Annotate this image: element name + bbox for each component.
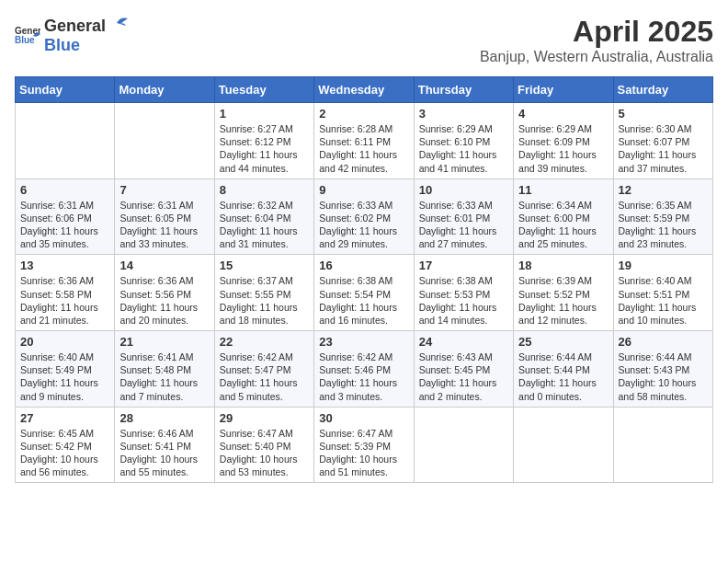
- weekday-header-tuesday: Tuesday: [214, 77, 313, 103]
- calendar-cell: [115, 103, 214, 179]
- day-number: 18: [518, 259, 608, 272]
- day-number: 4: [518, 107, 608, 121]
- day-info: Sunrise: 6:33 AM Sunset: 6:01 PM Dayligh…: [419, 199, 508, 251]
- weekday-header-wednesday: Wednesday: [314, 77, 414, 103]
- day-info: Sunrise: 6:28 AM Sunset: 6:11 PM Dayligh…: [319, 122, 408, 175]
- calendar-cell: 9Sunrise: 6:33 AM Sunset: 6:02 PM Daylig…: [314, 178, 414, 255]
- calendar-cell: 2Sunrise: 6:28 AM Sunset: 6:11 PM Daylig…: [314, 103, 414, 179]
- location-subtitle: Banjup, Western Australia, Australia: [480, 49, 713, 65]
- day-info: Sunrise: 6:43 AM Sunset: 5:45 PM Dayligh…: [419, 350, 508, 403]
- day-info: Sunrise: 6:40 AM Sunset: 5:51 PM Dayligh…: [619, 274, 708, 327]
- day-number: 27: [20, 411, 109, 425]
- calendar-week-row: 1Sunrise: 6:27 AM Sunset: 6:12 PM Daylig…: [16, 103, 713, 179]
- calendar-cell: 17Sunrise: 6:38 AM Sunset: 5:53 PM Dayli…: [414, 255, 513, 331]
- day-info: Sunrise: 6:31 AM Sunset: 6:06 PM Dayligh…: [20, 199, 109, 251]
- calendar-cell: 27Sunrise: 6:45 AM Sunset: 5:42 PM Dayli…: [16, 407, 115, 483]
- day-number: 7: [119, 183, 209, 197]
- day-info: Sunrise: 6:30 AM Sunset: 6:07 PM Dayligh…: [619, 122, 708, 175]
- day-info: Sunrise: 6:39 AM Sunset: 5:52 PM Dayligh…: [518, 274, 608, 327]
- day-info: Sunrise: 6:38 AM Sunset: 5:53 PM Dayligh…: [419, 274, 508, 327]
- calendar-cell: 13Sunrise: 6:36 AM Sunset: 5:58 PM Dayli…: [16, 255, 115, 331]
- day-info: Sunrise: 6:46 AM Sunset: 5:41 PM Dayligh…: [119, 427, 209, 479]
- calendar-cell: 24Sunrise: 6:43 AM Sunset: 5:45 PM Dayli…: [414, 331, 513, 408]
- day-number: 23: [319, 335, 408, 349]
- day-info: Sunrise: 6:47 AM Sunset: 5:40 PM Dayligh…: [220, 427, 309, 479]
- day-number: 13: [20, 259, 109, 272]
- weekday-header-thursday: Thursday: [414, 77, 513, 103]
- calendar-cell: 6Sunrise: 6:31 AM Sunset: 6:06 PM Daylig…: [16, 178, 115, 255]
- day-number: 30: [319, 411, 408, 425]
- day-info: Sunrise: 6:29 AM Sunset: 6:10 PM Dayligh…: [419, 122, 508, 175]
- day-info: Sunrise: 6:32 AM Sunset: 6:04 PM Dayligh…: [220, 199, 309, 251]
- calendar-table: SundayMondayTuesdayWednesdayThursdayFrid…: [15, 76, 713, 483]
- day-number: 12: [619, 183, 708, 197]
- day-info: Sunrise: 6:45 AM Sunset: 5:42 PM Dayligh…: [20, 427, 109, 479]
- calendar-cell: 23Sunrise: 6:42 AM Sunset: 5:46 PM Dayli…: [314, 331, 414, 408]
- logo: General Blue General Blue: [15, 15, 130, 55]
- day-info: Sunrise: 6:33 AM Sunset: 6:02 PM Dayligh…: [319, 199, 408, 251]
- calendar-cell: 30Sunrise: 6:47 AM Sunset: 5:39 PM Dayli…: [314, 407, 414, 483]
- day-number: 29: [220, 411, 309, 425]
- day-number: 3: [419, 107, 508, 121]
- calendar-cell: 11Sunrise: 6:34 AM Sunset: 6:00 PM Dayli…: [514, 178, 613, 255]
- calendar-cell: 14Sunrise: 6:36 AM Sunset: 5:56 PM Dayli…: [115, 255, 214, 331]
- calendar-cell: 3Sunrise: 6:29 AM Sunset: 6:10 PM Daylig…: [414, 103, 513, 179]
- day-number: 17: [419, 259, 508, 272]
- calendar-cell: [414, 407, 513, 483]
- calendar-cell: 18Sunrise: 6:39 AM Sunset: 5:52 PM Dayli…: [514, 255, 613, 331]
- day-info: Sunrise: 6:40 AM Sunset: 5:49 PM Dayligh…: [20, 350, 109, 403]
- calendar-cell: 4Sunrise: 6:29 AM Sunset: 6:09 PM Daylig…: [514, 103, 613, 179]
- day-info: Sunrise: 6:41 AM Sunset: 5:48 PM Dayligh…: [119, 350, 209, 403]
- day-number: 19: [619, 259, 708, 272]
- calendar-cell: 28Sunrise: 6:46 AM Sunset: 5:41 PM Dayli…: [115, 407, 214, 483]
- calendar-cell: 21Sunrise: 6:41 AM Sunset: 5:48 PM Dayli…: [115, 331, 214, 408]
- weekday-header-row: SundayMondayTuesdayWednesdayThursdayFrid…: [16, 77, 713, 103]
- weekday-header-saturday: Saturday: [613, 77, 712, 103]
- month-year-title: April 2025: [480, 15, 713, 49]
- calendar-cell: 5Sunrise: 6:30 AM Sunset: 6:07 PM Daylig…: [613, 103, 712, 179]
- svg-text:Blue: Blue: [15, 35, 35, 45]
- logo-bird-icon: [108, 15, 128, 31]
- day-number: 2: [319, 107, 408, 121]
- day-info: Sunrise: 6:44 AM Sunset: 5:43 PM Dayligh…: [619, 350, 708, 403]
- day-number: 1: [220, 107, 309, 121]
- calendar-cell: 16Sunrise: 6:38 AM Sunset: 5:54 PM Dayli…: [314, 255, 414, 331]
- weekday-header-sunday: Sunday: [16, 77, 115, 103]
- logo-blue: Blue: [44, 36, 80, 54]
- day-info: Sunrise: 6:29 AM Sunset: 6:09 PM Dayligh…: [518, 122, 608, 175]
- calendar-cell: 20Sunrise: 6:40 AM Sunset: 5:49 PM Dayli…: [16, 331, 115, 408]
- calendar-cell: [514, 407, 613, 483]
- day-number: 16: [319, 259, 408, 272]
- calendar-cell: 1Sunrise: 6:27 AM Sunset: 6:12 PM Daylig…: [214, 103, 313, 179]
- day-number: 6: [20, 183, 109, 197]
- day-number: 28: [119, 411, 209, 425]
- day-number: 14: [119, 259, 209, 272]
- day-info: Sunrise: 6:31 AM Sunset: 6:05 PM Dayligh…: [119, 199, 209, 251]
- calendar-cell: 25Sunrise: 6:44 AM Sunset: 5:44 PM Dayli…: [514, 331, 613, 408]
- day-info: Sunrise: 6:42 AM Sunset: 5:47 PM Dayligh…: [220, 350, 309, 403]
- calendar-week-row: 20Sunrise: 6:40 AM Sunset: 5:49 PM Dayli…: [16, 331, 713, 408]
- day-number: 9: [319, 183, 408, 197]
- day-info: Sunrise: 6:37 AM Sunset: 5:55 PM Dayligh…: [220, 274, 309, 327]
- calendar-cell: [16, 103, 115, 179]
- calendar-cell: 7Sunrise: 6:31 AM Sunset: 6:05 PM Daylig…: [115, 178, 214, 255]
- day-number: 26: [619, 335, 708, 349]
- day-info: Sunrise: 6:35 AM Sunset: 5:59 PM Dayligh…: [619, 199, 708, 251]
- calendar-cell: 12Sunrise: 6:35 AM Sunset: 5:59 PM Dayli…: [613, 178, 712, 255]
- calendar-cell: 19Sunrise: 6:40 AM Sunset: 5:51 PM Dayli…: [613, 255, 712, 331]
- calendar-cell: 29Sunrise: 6:47 AM Sunset: 5:40 PM Dayli…: [214, 407, 313, 483]
- day-info: Sunrise: 6:42 AM Sunset: 5:46 PM Dayligh…: [319, 350, 408, 403]
- calendar-week-row: 13Sunrise: 6:36 AM Sunset: 5:58 PM Dayli…: [16, 255, 713, 331]
- day-info: Sunrise: 6:36 AM Sunset: 5:58 PM Dayligh…: [20, 274, 109, 327]
- calendar-week-row: 27Sunrise: 6:45 AM Sunset: 5:42 PM Dayli…: [16, 407, 713, 483]
- day-number: 15: [220, 259, 309, 272]
- calendar-cell: 10Sunrise: 6:33 AM Sunset: 6:01 PM Dayli…: [414, 178, 513, 255]
- logo-general: General: [44, 17, 106, 36]
- calendar-cell: 15Sunrise: 6:37 AM Sunset: 5:55 PM Dayli…: [214, 255, 313, 331]
- page-header: General Blue General Blue April 2025 Ban…: [15, 15, 713, 65]
- day-number: 25: [518, 335, 608, 349]
- title-block: April 2025 Banjup, Western Australia, Au…: [480, 15, 713, 65]
- calendar-cell: 22Sunrise: 6:42 AM Sunset: 5:47 PM Dayli…: [214, 331, 313, 408]
- calendar-cell: 8Sunrise: 6:32 AM Sunset: 6:04 PM Daylig…: [214, 178, 313, 255]
- calendar-cell: [613, 407, 712, 483]
